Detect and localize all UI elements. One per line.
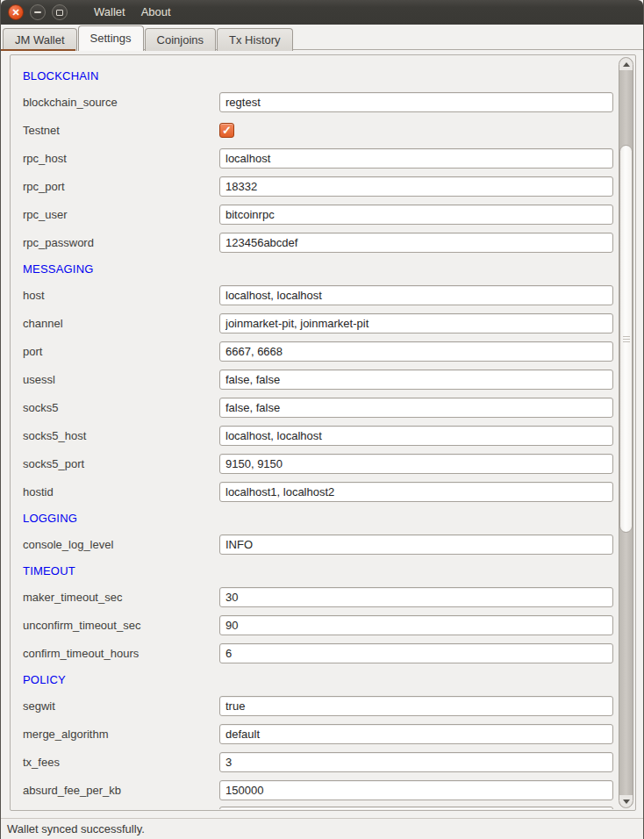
form-row: channel: [11, 309, 617, 337]
form-row: TIMEOUT: [11, 558, 617, 583]
form-row: confirm_timeout_hours: [11, 639, 617, 667]
menu-about[interactable]: About: [133, 0, 179, 25]
form-row: absurd_fee_per_kb: [11, 776, 617, 804]
scroll-up-icon[interactable]: [619, 58, 633, 70]
segwit-input[interactable]: [219, 696, 613, 716]
settings-form: BLOCKCHAINblockchain_sourceTestnet✓rpc_h…: [11, 56, 617, 809]
form-row: socks5_host: [11, 421, 617, 449]
form-row: rpc_port: [11, 172, 617, 200]
form-row: rpc_host: [11, 144, 617, 172]
field-label: rpc_host: [23, 152, 219, 165]
field-label: rpc_port: [23, 180, 219, 193]
rpc_password-input[interactable]: [219, 233, 613, 253]
form-row: hostid: [11, 477, 617, 506]
field-label: port: [23, 345, 219, 358]
scrollbar-grip: [623, 339, 630, 340]
form-row: socks5_port: [11, 449, 617, 477]
channel-input[interactable]: [219, 313, 613, 333]
form-row: rpc_password: [11, 228, 617, 256]
section-header-logging: LOGGING: [23, 512, 77, 525]
scrollbar-track[interactable]: [619, 57, 633, 808]
form-row: blockchain_source: [11, 88, 617, 116]
field-label: channel: [23, 317, 219, 330]
form-row: POLICY: [11, 667, 617, 692]
socks5_host-input[interactable]: [219, 426, 613, 446]
section-header-messaging: MESSAGING: [23, 262, 94, 276]
host-input[interactable]: [219, 285, 613, 305]
hostid-input[interactable]: [219, 482, 613, 502]
field-label: confirm_timeout_hours: [23, 647, 219, 660]
testnet-checkbox[interactable]: ✓: [219, 123, 234, 138]
usessl-input[interactable]: [219, 369, 613, 390]
unconfirm_timeout_sec-input[interactable]: [219, 615, 613, 635]
settings-pane: BLOCKCHAINblockchain_sourceTestnet✓rpc_h…: [1, 51, 643, 818]
form-row: host: [11, 281, 617, 309]
form-row: port: [11, 337, 617, 365]
field-label: usessl: [23, 373, 219, 386]
minimize-icon[interactable]: [30, 4, 46, 20]
tab-jm-wallet[interactable]: JM Wallet: [3, 28, 77, 51]
field-label: socks5_port: [23, 457, 219, 470]
tabbar-baseline: [1, 49, 75, 51]
scroll-down-icon[interactable]: [619, 795, 633, 807]
section-header-timeout: TIMEOUT: [23, 564, 75, 577]
scrollbar-grip: [623, 341, 630, 342]
form-row: [11, 804, 617, 809]
rpc_host-input[interactable]: [219, 148, 613, 169]
menu-wallet[interactable]: Wallet: [86, 0, 133, 25]
field-label: console_log_level: [23, 538, 219, 551]
tx_fees-input[interactable]: [219, 752, 613, 772]
form-row: tx_fees: [11, 748, 617, 776]
field-label: tx_fees: [23, 756, 219, 769]
socks5_port-input[interactable]: [219, 454, 613, 474]
form-row: usessl: [11, 365, 617, 393]
field-label: rpc_password: [23, 236, 219, 249]
port-input[interactable]: [219, 341, 613, 362]
status-bar: Wallet synced successfully.: [1, 818, 643, 839]
form-row: unconfirm_timeout_sec: [11, 611, 617, 639]
field-label: absurd_fee_per_kb: [23, 784, 219, 797]
field-label: socks5_host: [23, 429, 219, 442]
confirm_timeout_hours-input[interactable]: [219, 643, 613, 663]
rpc_port-input[interactable]: [219, 176, 613, 197]
maximize-icon[interactable]: [52, 4, 68, 20]
tab-bar: JM Wallet Settings Coinjoins Tx History: [1, 25, 643, 51]
absurd_fee_per_kb-input[interactable]: [219, 780, 613, 800]
merge_algorithm-input[interactable]: [219, 724, 613, 744]
tab-coinjoins[interactable]: Coinjoins: [145, 28, 216, 51]
form-row: console_log_level: [11, 530, 617, 558]
form-row: maker_timeout_sec: [11, 583, 617, 611]
field-label: blockchain_source: [23, 96, 219, 109]
form-row: rpc_user: [11, 200, 617, 228]
partial-field-input[interactable]: [219, 807, 613, 809]
console_log_level-input[interactable]: [219, 534, 613, 555]
check-icon: ✓: [222, 125, 232, 136]
tab-settings[interactable]: Settings: [78, 25, 144, 51]
close-icon[interactable]: ✕: [8, 4, 24, 20]
form-row: LOGGING: [11, 506, 617, 530]
socks5-input[interactable]: [219, 398, 613, 418]
status-message: Wallet synced successfully.: [7, 822, 145, 835]
form-row: merge_algorithm: [11, 720, 617, 748]
field-label: hostid: [23, 485, 219, 498]
field-label: host: [23, 289, 219, 302]
field-label: Testnet: [23, 124, 219, 137]
scrollbar-thumb[interactable]: [619, 145, 633, 533]
vertical-scrollbar[interactable]: [617, 56, 634, 809]
settings-scroll-frame: BLOCKCHAINblockchain_sourceTestnet✓rpc_h…: [10, 54, 636, 811]
section-header-blockchain: BLOCKCHAIN: [23, 69, 99, 82]
field-label: maker_timeout_sec: [23, 591, 219, 604]
blockchain_source-input[interactable]: [219, 92, 613, 112]
scrollbar-grip: [623, 336, 630, 337]
rpc_user-input[interactable]: [219, 204, 613, 225]
tab-tx-history[interactable]: Tx History: [217, 28, 293, 51]
form-row: socks5: [11, 393, 617, 421]
section-header-policy: POLICY: [23, 673, 66, 686]
field-label: socks5: [23, 401, 219, 414]
form-row: segwit: [11, 692, 617, 720]
field-label: rpc_user: [23, 208, 219, 221]
field-label: unconfirm_timeout_sec: [23, 619, 219, 632]
maker_timeout_sec-input[interactable]: [219, 587, 613, 607]
form-row: MESSAGING: [11, 256, 617, 281]
menubar: Wallet About: [86, 0, 179, 25]
